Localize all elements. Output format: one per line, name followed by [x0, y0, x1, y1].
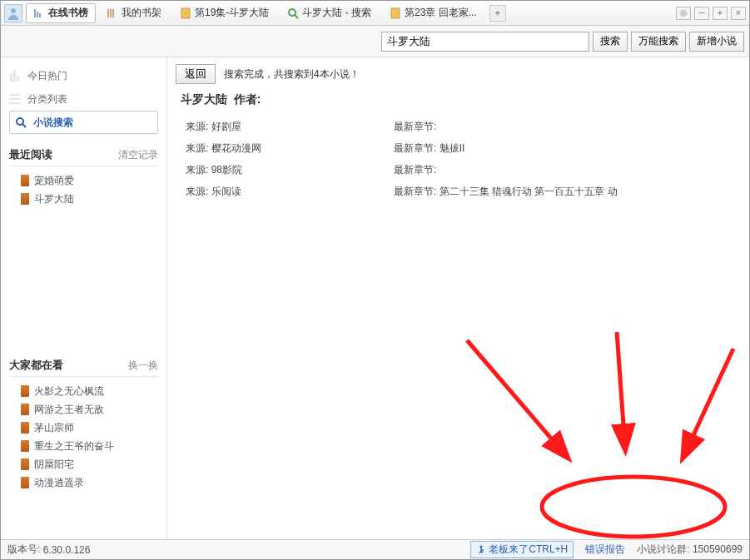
list-item-label: 火影之无心枫流 — [34, 384, 104, 399]
minimize-button[interactable]: ─ — [694, 7, 709, 20]
svg-point-24 — [542, 477, 725, 537]
close-button[interactable]: × — [731, 7, 746, 20]
popular-item[interactable]: 重生之王爷的奋斗 — [9, 437, 158, 455]
tab-chapter-23[interactable]: 第23章 回老家... — [382, 3, 484, 23]
status-bar: 版本号: 6.30.0.126 老板来了CTRL+H 错误报告 小说讨论群: 1… — [1, 539, 749, 559]
tab-label: 第23章 回老家... — [405, 6, 477, 20]
section-title: 大家都在看 — [9, 358, 63, 373]
svg-line-22 — [617, 332, 625, 448]
svg-rect-3 — [39, 13, 41, 17]
clear-history-link[interactable]: 清空记录 — [118, 148, 158, 162]
sidebar: 今日热门 分类列表 小说搜索 最近阅读 清空记录 宠婚萌爱 斗罗大陆 大家都在看… — [1, 57, 167, 540]
boss-key-label: 老板来了CTRL+H — [489, 543, 568, 557]
back-button[interactable]: 返回 — [176, 64, 216, 84]
result-row[interactable]: 来源: 好剧屋 最新章节: — [186, 116, 741, 137]
popular-section: 大家都在看 换一换 火影之无心枫流 网游之王者无敌 茅山宗师 重生之王爷的奋斗 … — [9, 358, 158, 492]
content-pane: 返回 搜索完成，共搜索到4本小说！ 斗罗大陆 作者: 来源: 好剧屋 最新章节:… — [167, 57, 749, 540]
qq-group: 小说讨论群: 150590699 — [637, 543, 743, 557]
source-value: 乐阅读 — [211, 186, 241, 197]
popular-item[interactable]: 火影之无心枫流 — [9, 382, 158, 400]
search-button[interactable]: 搜索 — [593, 32, 628, 52]
book-icon — [21, 193, 29, 205]
list-item-label: 阴蜃阳宅 — [34, 458, 74, 472]
result-row[interactable]: 来源: 98影院 最新章节: — [186, 159, 741, 181]
sidebar-item-label: 分类列表 — [27, 92, 67, 107]
sidebar-item-category[interactable]: 分类列表 — [9, 87, 158, 111]
book-icon — [21, 458, 29, 470]
svg-point-8 — [289, 9, 296, 16]
list-item-label: 网游之王者无敌 — [34, 403, 104, 417]
section-title: 最近阅读 — [9, 147, 52, 162]
window-controls: ─ + × — [676, 7, 746, 20]
svg-point-19 — [17, 118, 23, 125]
sidebar-item-hot[interactable]: 今日热门 — [9, 64, 158, 87]
qq-value: 150590699 — [693, 543, 743, 555]
tab-online-ranking[interactable]: 在线书榜 — [26, 3, 96, 23]
sidebar-item-search[interactable]: 小说搜索 — [9, 111, 158, 134]
result-row[interactable]: 来源: 乐阅读 最新章节: 第二十三集 猎魂行动 第一百五十五章 动 — [186, 181, 741, 202]
recent-item[interactable]: 宠婚萌爱 — [9, 171, 158, 190]
svg-point-11 — [682, 12, 685, 15]
popular-item[interactable]: 网游之王者无敌 — [9, 400, 158, 419]
popular-item[interactable]: 动漫逍遥录 — [9, 473, 158, 492]
list-icon — [33, 7, 45, 19]
tab-bookshelf[interactable]: 我的书架 — [99, 3, 169, 23]
svg-rect-17 — [9, 98, 21, 100]
recent-item[interactable]: 斗罗大陆 — [9, 190, 158, 208]
popular-item[interactable]: 阴蜃阳宅 — [9, 455, 158, 473]
list-item-label: 宠婚萌爱 — [34, 174, 74, 188]
version-label: 版本号: — [7, 543, 40, 557]
svg-line-20 — [22, 124, 26, 127]
user-icon — [7, 7, 20, 20]
universal-search-button[interactable]: 万能搜索 — [631, 32, 686, 52]
bug-report-link[interactable]: 错误报告 — [585, 543, 625, 557]
svg-rect-7 — [181, 8, 190, 18]
svg-rect-16 — [9, 94, 21, 96]
book-icon — [21, 440, 29, 452]
gear-icon — [679, 9, 688, 17]
tab-search-result[interactable]: 斗罗大陆 - 搜索 — [280, 3, 379, 23]
chapter-label: 最新章节: — [394, 164, 436, 176]
boss-key-button[interactable]: 老板来了CTRL+H — [470, 541, 574, 558]
tab-episode-19[interactable]: 第19集-斗罗大陆 — [172, 3, 276, 23]
source-label: 来源: — [186, 121, 208, 132]
top-tab-bar: 在线书榜 我的书架 第19集-斗罗大陆 斗罗大陆 - 搜索 第23章 回老家..… — [1, 1, 749, 26]
new-tab-button[interactable]: + — [489, 5, 506, 22]
maximize-button[interactable]: + — [713, 7, 728, 20]
svg-line-21 — [467, 340, 567, 457]
list-icon — [107, 7, 118, 19]
tab-label: 我的书架 — [122, 6, 161, 20]
book-icon — [21, 422, 29, 434]
list-item-label: 动漫逍遥录 — [34, 476, 84, 490]
bars-icon — [9, 70, 24, 82]
svg-point-12 — [680, 10, 687, 17]
swap-link[interactable]: 换一换 — [128, 359, 158, 373]
avatar[interactable] — [4, 4, 22, 22]
svg-rect-15 — [17, 76, 19, 82]
version-value: 6.30.0.126 — [43, 544, 91, 556]
svg-line-9 — [295, 15, 298, 18]
svg-point-0 — [11, 8, 16, 13]
search-input[interactable] — [381, 32, 589, 52]
book-title: 斗罗大陆 — [181, 92, 227, 106]
sidebar-item-label: 小说搜索 — [33, 116, 73, 130]
list-icon — [9, 93, 24, 105]
document-icon — [180, 7, 191, 19]
result-row[interactable]: 来源: 樱花动漫网 最新章节: 魅拔II — [186, 137, 741, 159]
add-novel-button[interactable]: 新增小说 — [689, 32, 744, 52]
book-icon — [21, 385, 29, 397]
svg-rect-1 — [34, 9, 36, 17]
search-toolbar: 搜索 万能搜索 新增小说 — [1, 26, 749, 57]
popular-item[interactable]: 茅山宗师 — [9, 419, 158, 437]
svg-line-23 — [683, 349, 733, 457]
tab-label: 斗罗大陆 - 搜索 — [302, 6, 371, 20]
chapter-value: 魅拔II — [440, 142, 465, 154]
settings-button[interactable] — [676, 7, 691, 20]
source-label: 来源: — [186, 164, 208, 176]
svg-rect-6 — [112, 9, 114, 17]
result-table: 来源: 好剧屋 最新章节: 来源: 樱花动漫网 最新章节: 魅拔II 来源: 9… — [176, 116, 741, 202]
source-value: 好剧屋 — [211, 121, 241, 132]
list-item-label: 重生之王爷的奋斗 — [34, 439, 114, 453]
book-icon — [21, 404, 29, 415]
run-icon — [476, 545, 486, 555]
